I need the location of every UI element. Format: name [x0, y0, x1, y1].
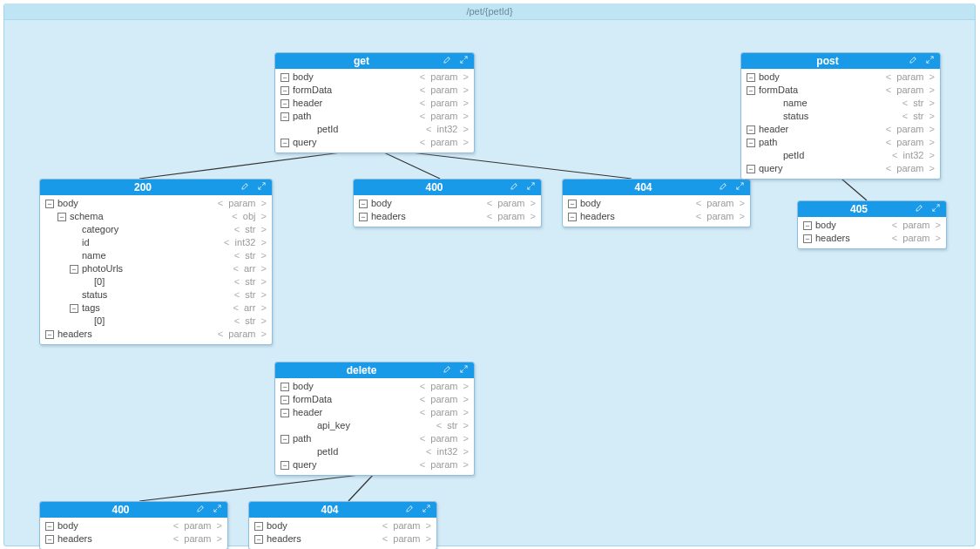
collapse-icon[interactable]: − [747, 165, 755, 173]
collapse-icon[interactable]: − [747, 125, 755, 134]
expand-icon[interactable] [526, 180, 536, 195]
property-row[interactable]: −body< param > [45, 197, 267, 210]
property-row[interactable]: name< str > [747, 97, 935, 110]
expand-icon[interactable] [925, 53, 935, 69]
collapse-icon[interactable]: − [803, 221, 812, 230]
eyedropper-icon[interactable] [915, 201, 924, 217]
property-row[interactable]: [0]< str > [45, 275, 267, 288]
property-row[interactable]: −body< param > [254, 519, 431, 532]
node-delete-400[interactable]: 400−body< param >−headers< param > [39, 501, 228, 549]
node-delete[interactable]: delete−body< param >−formData< param >−h… [274, 362, 475, 476]
collapse-icon[interactable]: − [45, 200, 54, 208]
property-row[interactable]: −header< param > [747, 123, 935, 136]
collapse-icon[interactable]: − [45, 522, 54, 531]
property-row[interactable]: −query< param > [280, 458, 469, 471]
eyedropper-icon[interactable] [196, 502, 206, 518]
node-header[interactable]: post [741, 53, 940, 69]
node-header[interactable]: 400 [40, 502, 227, 518]
expand-icon[interactable] [459, 53, 469, 69]
property-row[interactable]: id< int32 > [45, 236, 267, 249]
expand-icon[interactable] [422, 502, 431, 518]
property-row[interactable]: petId< int32 > [280, 445, 469, 458]
collapse-icon[interactable]: − [254, 522, 263, 531]
property-row[interactable]: −body< param > [45, 519, 222, 532]
property-row[interactable]: −header< param > [280, 406, 469, 419]
property-row[interactable]: −body< param > [280, 380, 469, 393]
collapse-icon[interactable]: − [280, 112, 289, 121]
property-row[interactable]: −body< param > [280, 71, 469, 84]
collapse-icon[interactable]: − [57, 213, 66, 221]
property-row[interactable]: −headers< param > [803, 232, 941, 245]
node-405[interactable]: 405−body< param >−headers< param > [797, 200, 947, 249]
collapse-icon[interactable]: − [280, 139, 289, 147]
collapse-icon[interactable]: − [45, 535, 54, 544]
collapse-icon[interactable]: − [568, 200, 577, 208]
collapse-icon[interactable]: − [280, 383, 289, 391]
property-row[interactable]: −formData< param > [280, 393, 469, 406]
property-row[interactable]: −query< param > [280, 136, 469, 149]
expand-icon[interactable] [931, 201, 941, 217]
property-row[interactable]: −headers< param > [45, 532, 222, 546]
property-row[interactable]: petId< int32 > [747, 149, 935, 162]
property-row[interactable]: status< str > [45, 288, 267, 302]
property-row[interactable]: −headers< param > [359, 210, 536, 223]
collapse-icon[interactable]: − [280, 73, 289, 82]
collapse-icon[interactable]: − [254, 535, 263, 544]
node-header[interactable]: 200 [40, 180, 272, 195]
eyedropper-icon[interactable] [510, 180, 519, 195]
expand-icon[interactable] [257, 180, 267, 195]
collapse-icon[interactable]: − [747, 86, 755, 95]
property-row[interactable]: −tags< arr > [45, 302, 267, 315]
collapse-icon[interactable]: − [70, 265, 78, 274]
property-row[interactable]: [0]< str > [45, 315, 267, 328]
property-row[interactable]: −headers< param > [568, 210, 745, 223]
node-header[interactable]: delete [275, 363, 474, 378]
property-row[interactable]: api_key< str > [280, 419, 469, 432]
node-delete-404[interactable]: 404−body< param >−headers< param > [248, 501, 437, 549]
property-row[interactable]: −path< param > [280, 432, 469, 445]
node-header[interactable]: 404 [563, 180, 750, 195]
collapse-icon[interactable]: − [747, 139, 755, 147]
node-404[interactable]: 404−body< param >−headers< param > [562, 179, 751, 227]
node-header[interactable]: 404 [249, 502, 436, 518]
expand-icon[interactable] [735, 180, 745, 195]
eyedropper-icon[interactable] [443, 363, 452, 378]
collapse-icon[interactable]: − [359, 200, 368, 208]
collapse-icon[interactable]: − [45, 330, 54, 339]
collapse-icon[interactable]: − [747, 73, 755, 82]
property-row[interactable]: −schema< obj > [45, 210, 267, 223]
eyedropper-icon[interactable] [240, 180, 250, 195]
collapse-icon[interactable]: − [803, 234, 812, 243]
collapse-icon[interactable]: − [359, 213, 368, 221]
eyedropper-icon[interactable] [909, 53, 918, 69]
collapse-icon[interactable]: − [280, 435, 289, 444]
node-header[interactable]: get [275, 53, 474, 69]
eyedropper-icon[interactable] [719, 180, 728, 195]
property-row[interactable]: −body< param > [803, 219, 941, 232]
property-row[interactable]: category< str > [45, 223, 267, 236]
property-row[interactable]: −body< param > [359, 197, 536, 210]
collapse-icon[interactable]: − [70, 304, 78, 313]
eyedropper-icon[interactable] [405, 502, 415, 518]
property-row[interactable]: −body< param > [568, 197, 745, 210]
collapse-icon[interactable]: − [280, 99, 289, 108]
expand-icon[interactable] [459, 363, 469, 378]
property-row[interactable]: −path< param > [747, 136, 935, 149]
property-row[interactable]: status< str > [747, 110, 935, 123]
node-header[interactable]: 400 [354, 180, 541, 195]
property-row[interactable]: −headers< param > [45, 328, 267, 341]
property-row[interactable]: name< str > [45, 249, 267, 262]
property-row[interactable]: −photoUrls< arr > [45, 262, 267, 275]
collapse-icon[interactable]: − [280, 461, 289, 470]
property-row[interactable]: −formData< param > [280, 84, 469, 97]
property-row[interactable]: petId< int32 > [280, 123, 469, 136]
eyedropper-icon[interactable] [443, 53, 452, 69]
collapse-icon[interactable]: − [568, 213, 577, 221]
property-row[interactable]: −formData< param > [747, 84, 935, 97]
property-row[interactable]: −body< param > [747, 71, 935, 84]
property-row[interactable]: −query< param > [747, 162, 935, 175]
collapse-icon[interactable]: − [280, 409, 289, 417]
property-row[interactable]: −path< param > [280, 110, 469, 123]
collapse-icon[interactable]: − [280, 396, 289, 404]
node-200[interactable]: 200−body< param >−schema< obj >category<… [39, 179, 273, 345]
